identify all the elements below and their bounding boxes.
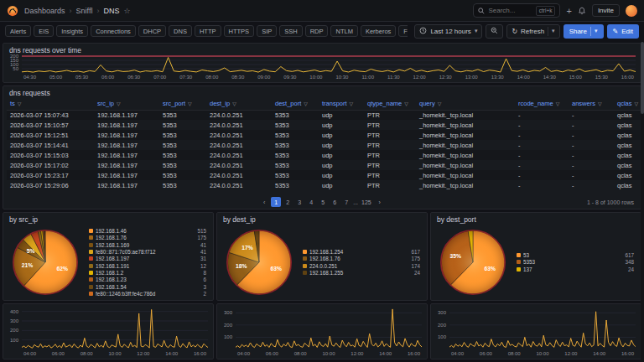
legend-item[interactable]: 192.168.1.254617 [303, 248, 420, 255]
column-header[interactable]: qtype_name▽ [364, 98, 416, 110]
column-header[interactable]: transport▽ [319, 98, 364, 110]
page-button[interactable]: 5 [318, 197, 328, 207]
column-header[interactable]: qclas▽ [614, 98, 641, 110]
filter-icon[interactable]: ▽ [117, 101, 121, 106]
dashboard-tag[interactable]: Insights [56, 25, 88, 37]
filter-icon[interactable]: ▽ [232, 101, 236, 106]
column-header[interactable]: src_port▽ [159, 98, 206, 110]
share-button[interactable]: Share ▾ [564, 24, 604, 39]
dashboard-tag[interactable]: SIP [257, 25, 277, 37]
table-cell: PTR [364, 150, 416, 160]
legend-item[interactable]: 5353348 [517, 259, 634, 266]
search-box[interactable]: ctrl+k [473, 3, 560, 18]
legend-label: 137 [523, 266, 626, 272]
refresh-button[interactable]: ↻ Refresh ▾ [506, 24, 559, 39]
filter-icon[interactable]: ▽ [404, 101, 408, 106]
time-series-plot[interactable] [449, 307, 636, 349]
dashboard-tag[interactable]: EIS [34, 25, 54, 37]
time-series-plot[interactable] [236, 307, 422, 349]
legend-item[interactable]: 192.168.1.236 [89, 277, 206, 283]
dashboard-tag[interactable]: DNS [169, 25, 192, 37]
next-page-button[interactable]: › [375, 197, 385, 207]
dashboard-tag[interactable]: Kerberos [361, 25, 396, 37]
column-header[interactable]: dest_ip▽ [206, 98, 272, 110]
edit-button[interactable]: ✎ Edit [607, 24, 640, 39]
legend-item[interactable]: 192.168.1.19112 [89, 262, 206, 269]
column-header[interactable]: src_ip▽ [94, 98, 159, 110]
new-plus-icon[interactable]: + [566, 6, 571, 16]
legend-item[interactable]: 192.168.1.28 [89, 269, 206, 276]
legend-item[interactable]: 192.168.1.543 [89, 283, 206, 290]
panel-title[interactable]: dns requests [3, 86, 641, 98]
column-header[interactable]: query▽ [416, 98, 515, 110]
legend-item[interactable]: 224.0.0.251174 [303, 262, 420, 269]
panel-title[interactable]: by dest_ip [217, 213, 427, 225]
pie-percent-label: 63% [271, 266, 282, 272]
page-button[interactable]: 4 [306, 197, 316, 207]
page-button[interactable]: 125 [360, 197, 373, 207]
page-button[interactable]: 6 [330, 197, 340, 207]
table-pagination: ‹1234567...125› 1 - 8 of 1000 rows [3, 195, 641, 209]
panel-title[interactable]: by dest_port [431, 213, 641, 225]
page-button[interactable]: 7 [341, 197, 351, 207]
time-range-picker[interactable]: Last 12 hours ▾ [414, 24, 482, 39]
legend-item[interactable]: 192.168.1.25524 [303, 269, 420, 276]
dashboard-tag[interactable]: RDP [305, 25, 329, 37]
favorite-star-icon[interactable]: ☆ [123, 7, 130, 15]
filter-icon[interactable]: ▽ [18, 101, 22, 106]
pie-chart[interactable]: 63%18%17% [224, 227, 294, 297]
bell-icon[interactable] [578, 7, 586, 15]
legend-item[interactable]: fe80::1246:b3ff:fe4c:786d2 [89, 290, 206, 297]
legend-item[interactable]: 192.168.1.19731 [89, 256, 206, 262]
dashboard-tag[interactable]: SSH [279, 25, 302, 37]
zoom-out-button[interactable] [486, 24, 503, 39]
column-header[interactable]: ts▽ [7, 98, 94, 110]
filter-icon[interactable]: ▽ [635, 101, 639, 106]
column-header[interactable]: rcode_name▽ [515, 98, 569, 110]
filter-icon[interactable]: ▽ [598, 101, 602, 106]
dashboard-tag[interactable]: DHCP [138, 25, 166, 37]
breadcrumb-folder[interactable]: Sniffl [76, 7, 93, 15]
legend-item[interactable]: 53617 [517, 252, 634, 259]
breadcrumb-dashboards[interactable]: Dashboards [24, 7, 65, 15]
dashboard-tag[interactable]: Files [398, 25, 408, 37]
filter-icon[interactable]: ▽ [304, 101, 308, 106]
x-tick-label: 16:00 [621, 74, 634, 80]
prev-page-button[interactable]: ‹ [259, 197, 269, 207]
pie-chart[interactable]: 63%35% [438, 227, 508, 297]
column-header[interactable]: dest_port▽ [272, 98, 319, 110]
scrollbar-thumb[interactable] [641, 42, 644, 114]
filter-icon[interactable]: ▽ [556, 101, 560, 106]
page-button[interactable]: 3 [294, 197, 304, 207]
filter-icon[interactable]: ▽ [438, 101, 442, 106]
table-scroll-area[interactable]: ts▽src_ip▽src_port▽dest_ip▽dest_port▽tra… [3, 98, 641, 195]
page-scrollbar[interactable] [641, 40, 644, 362]
filter-icon[interactable]: ▽ [188, 101, 192, 106]
x-axis: 04:0006:0008:0010:0012:0014:0016:00 [3, 349, 213, 359]
panel-title[interactable]: dns requests over time [3, 44, 641, 55]
dashboard-tag[interactable]: Connections [91, 25, 136, 37]
search-input[interactable] [488, 7, 532, 14]
dashboard-tag[interactable]: HTTP [195, 25, 221, 37]
filter-icon[interactable]: ▽ [350, 101, 354, 106]
time-series-plot[interactable] [22, 55, 636, 73]
pie-chart[interactable]: 62%21%5% [10, 227, 80, 297]
user-avatar[interactable] [626, 5, 637, 17]
page-button[interactable]: 1 [271, 197, 281, 207]
column-header[interactable]: answers▽ [569, 98, 614, 110]
dashboard-tag[interactable]: HTTPS [224, 25, 255, 37]
legend-item[interactable]: fe80::871:7c05:ae78:f71241 [89, 248, 206, 255]
dashboard-tag[interactable]: NTLM [330, 25, 357, 37]
legend-item[interactable]: 192.168.1.76175 [303, 256, 420, 262]
page-button[interactable]: 2 [283, 197, 293, 207]
dashboard-tag[interactable]: Alerts [5, 25, 31, 37]
panel-title[interactable]: by src_ip [3, 213, 213, 225]
table-cell: 5353 [159, 110, 206, 120]
legend-item[interactable]: 192.168.1.16941 [89, 241, 206, 248]
grafana-logo[interactable] [7, 5, 18, 17]
legend-item[interactable]: 192.168.1.46515 [89, 228, 206, 235]
invite-button[interactable]: Invite [592, 4, 620, 17]
legend-item[interactable]: 13724 [517, 266, 634, 272]
legend-item[interactable]: 192.168.1.76175 [89, 235, 206, 241]
time-series-plot[interactable] [22, 307, 208, 349]
